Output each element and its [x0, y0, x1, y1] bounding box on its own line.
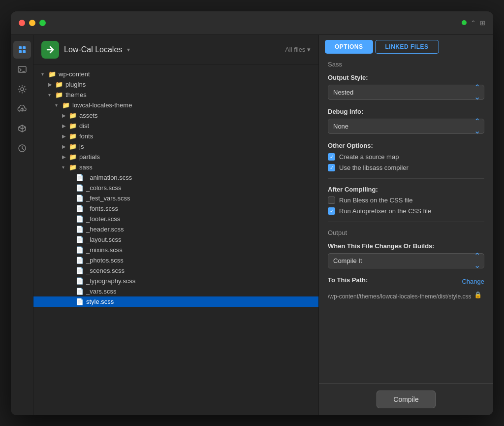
file-tree: ▾ 📁 wp-content ▶ 📁 plugins ▾ 📁 themes [33, 65, 318, 415]
file-icon-layout: 📄 [76, 236, 84, 243]
folder-icon-sass: 📁 [69, 164, 77, 171]
tree-arrow-assets: ▶ [62, 113, 69, 118]
folder-icon-dist: 📁 [69, 122, 77, 130]
close-button[interactable] [19, 20, 25, 26]
tab-bar: OPTIONS LINKED FILES [319, 35, 493, 54]
file-icon-vars: 📄 [76, 288, 84, 295]
svg-rect-2 [19, 50, 22, 53]
file-icon-header: 📄 [76, 226, 84, 233]
change-link[interactable]: Change [462, 278, 484, 285]
sidebar-item-terminal[interactable] [13, 61, 31, 78]
tree-item-photos[interactable]: ▶ 📄 _photos.scss [33, 255, 318, 265]
tree-item-layout[interactable]: ▶ 📄 _layout.scss [33, 234, 318, 245]
tree-arrow-themes: ▾ [48, 92, 55, 98]
project-dropdown-arrow[interactable]: ▾ [127, 46, 130, 53]
tree-item-lowcal-locales-theme[interactable]: ▾ 📁 lowcal-locales-theme [33, 100, 318, 110]
tree-item-partials[interactable]: ▶ 📁 partials [33, 152, 318, 162]
tree-arrow-dist: ▶ [62, 123, 69, 129]
checkmark-icon-2: ✓ [330, 165, 334, 170]
file-icon-photos: 📄 [76, 257, 84, 264]
folder-icon-fonts: 📁 [69, 132, 77, 140]
window-icon: ⌃ [471, 19, 476, 27]
grid-icon: ⊞ [480, 19, 485, 27]
project-name: Low-Cal Locales [64, 45, 122, 54]
sidebar-item-cloud[interactable] [13, 100, 31, 118]
sidebar-item-history[interactable] [13, 139, 31, 157]
title-icons: ⌃ ⊞ [471, 19, 485, 27]
when-changes-select[interactable]: Compile It Do Nothing [328, 253, 484, 268]
app-window: ⌃ ⊞ [11, 11, 493, 415]
checkbox-autoprefixer[interactable]: ✓ [328, 207, 335, 215]
checkbox-bless-row: Run Bless on the CSS file [328, 197, 484, 204]
compile-button[interactable]: Compile [377, 391, 436, 408]
checkmark-icon: ✓ [330, 154, 334, 160]
file-icon-fonts-scss: 📄 [76, 205, 84, 212]
when-changes-label: When This File Changes Or Builds: [328, 242, 484, 250]
output-section: Output When This File Changes Or Builds:… [328, 229, 484, 301]
tree-item-dist[interactable]: ▶ 📁 dist [33, 121, 318, 131]
tree-item-colors[interactable]: ▶ 📄 _colors.scss [33, 183, 318, 193]
status-dot [462, 20, 467, 25]
folder-icon-wp-content: 📁 [48, 70, 56, 78]
compile-btn-row: Compile [319, 383, 493, 415]
tree-item-vars[interactable]: ▶ 📄 _vars.scss [33, 286, 318, 296]
checkbox-source-map[interactable]: ✓ [328, 153, 335, 161]
checkbox-source-map-label: Create a source map [339, 153, 399, 161]
checkmark-icon-3: ✓ [330, 208, 334, 214]
options-content: Sass Output Style: Nested Expanded Compa… [319, 54, 493, 383]
file-icon-style-scss: 📄 [76, 298, 84, 305]
file-panel-header: Low-Cal Locales ▾ All files ▾ [33, 35, 318, 65]
debug-info-select[interactable]: None Comments Map [328, 119, 484, 134]
sidebar-item-files[interactable] [13, 41, 31, 59]
checkbox-libsass-label: Use the libsass compiler [339, 164, 409, 171]
tree-item-scenes[interactable]: ▶ 📄 _scenes.scss [33, 265, 318, 276]
options-panel: OPTIONS LINKED FILES Sass Output Style: … [319, 35, 493, 415]
tree-item-style-scss[interactable]: ▶ 📄 style.scss [33, 296, 318, 307]
minimize-button[interactable] [29, 20, 35, 26]
svg-rect-1 [23, 46, 26, 49]
debug-info-wrapper: None Comments Map ⌃⌄ [328, 119, 484, 134]
output-style-wrapper: Nested Expanded Compact Compressed ⌃⌄ [328, 85, 484, 100]
maximize-button[interactable] [39, 20, 46, 26]
tree-item-footer[interactable]: ▶ 📄 _footer.scss [33, 214, 318, 224]
tree-item-plugins[interactable]: ▶ 📁 plugins [33, 79, 318, 90]
folder-icon-assets: 📁 [69, 112, 77, 119]
tree-item-wp-content[interactable]: ▾ 📁 wp-content [33, 69, 318, 79]
compile-path: /wp-content/themes/lowcal-locales-theme/… [328, 292, 471, 301]
tree-item-fonts[interactable]: ▶ 📁 fonts [33, 131, 318, 141]
tree-item-themes[interactable]: ▾ 📁 themes [33, 90, 318, 100]
tree-item-animation[interactable]: ▶ 📄 _animation.scss [33, 172, 318, 183]
folder-icon-plugins: 📁 [55, 81, 63, 88]
tree-arrow-plugins: ▶ [48, 82, 55, 87]
checkbox-libsass-row: ✓ Use the libsass compiler [328, 164, 484, 171]
sass-section-title: Sass [328, 61, 484, 68]
tree-item-js[interactable]: ▶ 📁 js [33, 141, 318, 152]
output-style-label: Output Style: [328, 74, 484, 81]
tree-item-typography[interactable]: ▶ 📄 _typography.scss [33, 276, 318, 286]
divider-2 [328, 222, 484, 222]
tree-item-header[interactable]: ▶ 📄 _header.scss [33, 224, 318, 234]
to-this-path-label: To This Path: [328, 276, 368, 284]
tree-item-fest-vars[interactable]: ▶ 📄 _fest_vars.scss [33, 193, 318, 203]
checkbox-libsass[interactable]: ✓ [328, 164, 335, 171]
tree-arrow-fonts: ▶ [62, 133, 69, 139]
svg-rect-3 [23, 50, 26, 53]
sidebar-item-box[interactable] [13, 120, 31, 137]
tree-item-sass[interactable]: ▾ 📁 sass [33, 162, 318, 172]
file-filter[interactable]: All files ▾ [285, 46, 311, 53]
debug-info-label: Debug Info: [328, 108, 484, 115]
folder-icon-themes: 📁 [55, 91, 63, 98]
sidebar-item-settings[interactable] [13, 80, 31, 98]
output-style-select[interactable]: Nested Expanded Compact Compressed [328, 85, 484, 100]
checkbox-bless[interactable] [328, 197, 335, 204]
title-bar-right: ⌃ ⊞ [462, 19, 485, 27]
file-icon-footer: 📄 [76, 215, 84, 223]
tree-item-mixins[interactable]: ▶ 📄 _mixins.scss [33, 245, 318, 255]
tree-item-assets[interactable]: ▶ 📁 assets [33, 110, 318, 121]
tab-options[interactable]: OPTIONS [325, 40, 373, 54]
tree-item-fonts-scss[interactable]: ▶ 📄 _fonts.scss [33, 203, 318, 214]
logo-icon [41, 41, 59, 59]
when-changes-wrapper: Compile It Do Nothing ⌃⌄ [328, 253, 484, 268]
main-layout: Low-Cal Locales ▾ All files ▾ ▾ 📁 wp-con… [11, 35, 493, 415]
tab-linked-files[interactable]: LINKED FILES [375, 40, 439, 54]
